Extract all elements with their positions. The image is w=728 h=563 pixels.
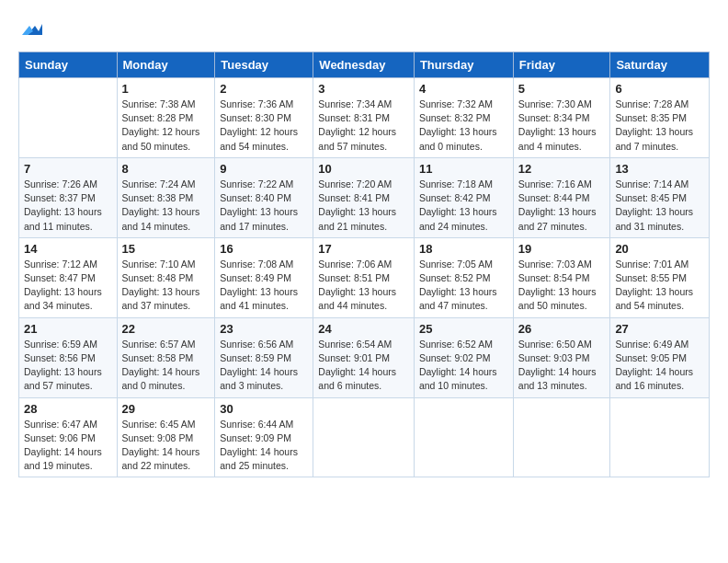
day-number: 23: [220, 322, 308, 336]
day-info: Sunrise: 7:28 AMSunset: 8:35 PMDaylight:…: [615, 98, 704, 154]
weekday-friday: Friday: [513, 52, 610, 78]
day-cell: 8Sunrise: 7:24 AMSunset: 8:38 PMDaylight…: [117, 157, 215, 237]
week-row-3: 14Sunrise: 7:12 AMSunset: 8:47 PMDayligh…: [19, 237, 710, 317]
day-number: 4: [419, 82, 508, 96]
day-info: Sunrise: 6:50 AMSunset: 9:03 PMDaylight:…: [518, 338, 606, 394]
day-number: 11: [419, 162, 508, 176]
week-row-1: 1Sunrise: 7:38 AMSunset: 8:28 PMDaylight…: [19, 78, 710, 158]
weekday-saturday: Saturday: [610, 52, 710, 78]
day-cell: [513, 397, 610, 477]
day-cell: 21Sunrise: 6:59 AMSunset: 8:56 PMDayligh…: [19, 317, 118, 397]
weekday-header-row: SundayMondayTuesdayWednesdayThursdayFrid…: [19, 52, 710, 78]
day-info: Sunrise: 7:08 AMSunset: 8:49 PMDaylight:…: [220, 258, 308, 314]
day-number: 21: [24, 322, 112, 336]
day-info: Sunrise: 7:36 AMSunset: 8:30 PMDaylight:…: [220, 98, 308, 154]
page: SundayMondayTuesdayWednesdayThursdayFrid…: [0, 0, 728, 494]
day-number: 15: [122, 242, 210, 256]
day-cell: 9Sunrise: 7:22 AMSunset: 8:40 PMDaylight…: [215, 157, 313, 237]
day-info: Sunrise: 7:05 AMSunset: 8:52 PMDaylight:…: [419, 258, 508, 314]
day-cell: 2Sunrise: 7:36 AMSunset: 8:30 PMDaylight…: [215, 78, 313, 158]
day-info: Sunrise: 7:03 AMSunset: 8:54 PMDaylight:…: [518, 258, 606, 314]
week-row-2: 7Sunrise: 7:26 AMSunset: 8:37 PMDaylight…: [19, 157, 710, 237]
day-info: Sunrise: 6:45 AMSunset: 9:08 PMDaylight:…: [122, 418, 210, 474]
day-number: 28: [24, 402, 112, 416]
day-cell: 26Sunrise: 6:50 AMSunset: 9:03 PMDayligh…: [513, 317, 610, 397]
day-info: Sunrise: 6:57 AMSunset: 8:58 PMDaylight:…: [122, 338, 210, 394]
week-row-5: 28Sunrise: 6:47 AMSunset: 9:06 PMDayligh…: [19, 397, 710, 477]
day-info: Sunrise: 7:14 AMSunset: 8:45 PMDaylight:…: [615, 178, 704, 234]
day-number: 27: [615, 322, 704, 336]
day-cell: 29Sunrise: 6:45 AMSunset: 9:08 PMDayligh…: [117, 397, 215, 477]
day-number: 22: [122, 322, 210, 336]
day-cell: 5Sunrise: 7:30 AMSunset: 8:34 PMDaylight…: [513, 78, 610, 158]
day-info: Sunrise: 7:10 AMSunset: 8:48 PMDaylight:…: [122, 258, 210, 314]
day-cell: 24Sunrise: 6:54 AMSunset: 9:01 PMDayligh…: [313, 317, 415, 397]
day-number: 29: [122, 402, 210, 416]
day-info: Sunrise: 7:34 AMSunset: 8:31 PMDaylight:…: [318, 98, 409, 154]
day-info: Sunrise: 7:12 AMSunset: 8:47 PMDaylight:…: [24, 258, 112, 314]
day-info: Sunrise: 6:54 AMSunset: 9:01 PMDaylight:…: [318, 338, 409, 394]
day-number: 10: [318, 162, 409, 176]
day-number: 5: [518, 82, 606, 96]
day-number: 16: [220, 242, 308, 256]
day-info: Sunrise: 7:30 AMSunset: 8:34 PMDaylight:…: [518, 98, 606, 154]
calendar-table: SundayMondayTuesdayWednesdayThursdayFrid…: [18, 52, 710, 477]
day-cell: 6Sunrise: 7:28 AMSunset: 8:35 PMDaylight…: [610, 78, 710, 158]
day-cell: [414, 397, 513, 477]
day-cell: 17Sunrise: 7:06 AMSunset: 8:51 PMDayligh…: [313, 237, 415, 317]
logo-icon: [22, 18, 42, 42]
day-cell: 10Sunrise: 7:20 AMSunset: 8:41 PMDayligh…: [313, 157, 415, 237]
day-cell: 25Sunrise: 6:52 AMSunset: 9:02 PMDayligh…: [414, 317, 513, 397]
day-number: 2: [220, 82, 308, 96]
weekday-monday: Monday: [117, 52, 215, 78]
day-number: 8: [122, 162, 210, 176]
day-cell: 20Sunrise: 7:01 AMSunset: 8:55 PMDayligh…: [610, 237, 710, 317]
day-cell: 16Sunrise: 7:08 AMSunset: 8:49 PMDayligh…: [215, 237, 313, 317]
day-info: Sunrise: 6:47 AMSunset: 9:06 PMDaylight:…: [24, 418, 112, 474]
day-info: Sunrise: 7:01 AMSunset: 8:55 PMDaylight:…: [615, 258, 704, 314]
day-info: Sunrise: 7:18 AMSunset: 8:42 PMDaylight:…: [419, 178, 508, 234]
day-info: Sunrise: 7:32 AMSunset: 8:32 PMDaylight:…: [419, 98, 508, 154]
day-number: 13: [615, 162, 704, 176]
day-number: 26: [518, 322, 606, 336]
weekday-sunday: Sunday: [19, 52, 118, 78]
day-cell: 12Sunrise: 7:16 AMSunset: 8:44 PMDayligh…: [513, 157, 610, 237]
day-cell: 14Sunrise: 7:12 AMSunset: 8:47 PMDayligh…: [19, 237, 118, 317]
day-number: 6: [615, 82, 704, 96]
day-info: Sunrise: 6:52 AMSunset: 9:02 PMDaylight:…: [419, 338, 508, 394]
day-cell: [610, 397, 710, 477]
day-cell: 22Sunrise: 6:57 AMSunset: 8:58 PMDayligh…: [117, 317, 215, 397]
day-cell: 11Sunrise: 7:18 AMSunset: 8:42 PMDayligh…: [414, 157, 513, 237]
day-info: Sunrise: 6:56 AMSunset: 8:59 PMDaylight:…: [220, 338, 308, 394]
day-info: Sunrise: 7:06 AMSunset: 8:51 PMDaylight:…: [318, 258, 409, 314]
day-info: Sunrise: 7:16 AMSunset: 8:44 PMDaylight:…: [518, 178, 606, 234]
day-cell: 7Sunrise: 7:26 AMSunset: 8:37 PMDaylight…: [19, 157, 118, 237]
day-number: 24: [318, 322, 409, 336]
day-number: 7: [24, 162, 112, 176]
day-info: Sunrise: 6:59 AMSunset: 8:56 PMDaylight:…: [24, 338, 112, 394]
day-info: Sunrise: 7:38 AMSunset: 8:28 PMDaylight:…: [122, 98, 210, 154]
day-info: Sunrise: 7:20 AMSunset: 8:41 PMDaylight:…: [318, 178, 409, 234]
day-cell: 3Sunrise: 7:34 AMSunset: 8:31 PMDaylight…: [313, 78, 415, 158]
day-number: 20: [615, 242, 704, 256]
day-cell: 30Sunrise: 6:44 AMSunset: 9:09 PMDayligh…: [215, 397, 313, 477]
day-info: Sunrise: 6:44 AMSunset: 9:09 PMDaylight:…: [220, 418, 308, 474]
weekday-thursday: Thursday: [414, 52, 513, 78]
weekday-wednesday: Wednesday: [313, 52, 415, 78]
day-number: 19: [518, 242, 606, 256]
day-cell: 4Sunrise: 7:32 AMSunset: 8:32 PMDaylight…: [414, 78, 513, 158]
day-number: 30: [220, 402, 308, 416]
day-number: 14: [24, 242, 112, 256]
day-info: Sunrise: 7:22 AMSunset: 8:40 PMDaylight:…: [220, 178, 308, 234]
logo: [18, 17, 42, 42]
day-number: 18: [419, 242, 508, 256]
day-number: 17: [318, 242, 409, 256]
week-row-4: 21Sunrise: 6:59 AMSunset: 8:56 PMDayligh…: [19, 317, 710, 397]
day-cell: 18Sunrise: 7:05 AMSunset: 8:52 PMDayligh…: [414, 237, 513, 317]
day-cell: 15Sunrise: 7:10 AMSunset: 8:48 PMDayligh…: [117, 237, 215, 317]
day-cell: [313, 397, 415, 477]
day-info: Sunrise: 7:26 AMSunset: 8:37 PMDaylight:…: [24, 178, 112, 234]
day-number: 3: [318, 82, 409, 96]
day-number: 9: [220, 162, 308, 176]
day-cell: 27Sunrise: 6:49 AMSunset: 9:05 PMDayligh…: [610, 317, 710, 397]
